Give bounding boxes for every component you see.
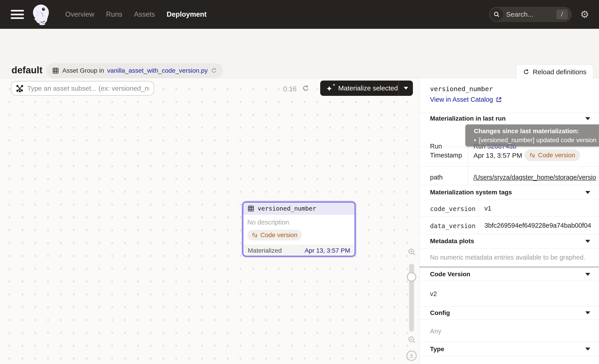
tooltip-change-item: [versioned_number] updated code version: [479, 137, 597, 144]
zoom-in-button[interactable]: [407, 247, 416, 256]
asset-graph-icon: [16, 85, 24, 92]
external-link-icon: [496, 96, 502, 103]
view-in-asset-catalog-link[interactable]: View in Asset Catalog: [430, 96, 502, 103]
section-code-version[interactable]: Code Version: [419, 268, 599, 281]
section-metadata-plots[interactable]: Metadata plots: [419, 234, 599, 248]
metadata-plots-empty-message: No numeric metadata entries available to…: [430, 254, 585, 261]
asset-subset-filter[interactable]: [11, 81, 154, 95]
sidebar-asset-title: versioned_number: [430, 85, 493, 93]
reload-definitions-label: Reload definitions: [533, 68, 587, 76]
zoom-slider-handle[interactable]: [407, 272, 416, 282]
chevron-down-icon: [585, 311, 590, 314]
sparkle-icon: ✦✦: [326, 83, 335, 93]
nav-runs[interactable]: Runs: [106, 10, 122, 18]
asset-node-footer: Materialized Apr 13, 3:57 PM: [243, 245, 355, 256]
materialize-selected-label: Materialize selected: [338, 84, 398, 92]
timestamp-row-value: Apr 13, 3:57 PM: [474, 152, 522, 159]
path-row-label: path: [430, 174, 443, 181]
zoom-controls: [404, 246, 419, 363]
asset-group-badge: Asset Group in vanilla_asset_with_code_v…: [46, 63, 223, 78]
section-label: Metadata plots: [430, 238, 474, 245]
tooltip-title: Changes since last materialization:: [474, 128, 599, 135]
asset-group-file-link[interactable]: vanilla_asset_with_code_version.py: [107, 67, 208, 74]
section-label: Materialization system tags: [430, 189, 512, 196]
search-box[interactable]: /: [489, 7, 572, 22]
section-label: Materialization in last run: [430, 115, 506, 122]
system-tag-value: v1: [484, 205, 599, 212]
section-materialization-system-tags[interactable]: Materialization system tags: [419, 185, 599, 200]
materialize-dropdown-button[interactable]: [399, 87, 413, 89]
search-shortcut-key: /: [556, 9, 568, 19]
system-tag-key: code_version: [430, 205, 476, 213]
chevron-down-icon: [585, 191, 590, 194]
code-version-badge-label: Code version: [260, 232, 298, 239]
menu-icon[interactable]: [11, 10, 24, 19]
system-tag-value: 3bfc269594ef649228e9a74bab00f04: [484, 222, 599, 229]
section-label: Code Version: [430, 271, 470, 278]
lineage-canvas[interactable]: 0:16 ✦✦ Materialize selected: [0, 78, 419, 364]
section-config[interactable]: Config: [419, 306, 599, 320]
section-label: Config: [430, 309, 450, 317]
search-input[interactable]: [506, 11, 549, 18]
section-materialization-in-last-run[interactable]: Materialization in last run: [419, 113, 599, 124]
materialize-selected-button[interactable]: ✦✦ Materialize selected: [320, 80, 413, 96]
code-version-changed-icon: [252, 232, 258, 238]
nav-assets[interactable]: Assets: [134, 10, 155, 18]
chevron-down-icon: [585, 117, 590, 120]
settings-gear-icon[interactable]: ⚙: [580, 9, 589, 19]
timestamp-row-label: Timestamp: [430, 152, 462, 159]
code-version-badge-label: Code version: [538, 152, 575, 159]
code-version-value: v2: [430, 290, 437, 298]
changes-since-materialization-tooltip: Changes since last materialization: • [v…: [465, 124, 599, 147]
dagster-app: Overview Runs Assets Deployment / ⚙ defa…: [0, 0, 599, 364]
page-header: default Asset Group in vanilla_asset_wit…: [0, 29, 599, 78]
asset-node-title: versioned_number: [258, 205, 316, 212]
materialized-status-label: Materialized: [248, 247, 282, 254]
top-nav: Overview Runs Assets Deployment / ⚙: [0, 0, 599, 29]
asset-node-description: No description: [247, 219, 351, 226]
search-icon: [490, 8, 503, 21]
nav-deployment[interactable]: Deployment: [167, 10, 207, 18]
download-image-button[interactable]: [406, 350, 417, 361]
refresh-icon[interactable]: [211, 68, 217, 74]
asset-subset-input[interactable]: [27, 85, 149, 92]
code-version-badge: Code version: [525, 149, 580, 161]
grid-icon: [52, 67, 59, 74]
code-version-badge: Code version: [247, 230, 302, 241]
run-row-label: Run: [430, 143, 442, 150]
asset-node-body: No description Code version: [243, 215, 355, 245]
grid-icon: [247, 205, 255, 212]
chevron-down-icon: [404, 87, 408, 89]
section-type[interactable]: Type: [419, 342, 599, 356]
section-label: Type: [430, 346, 444, 353]
asset-node-header: versioned_number: [243, 202, 355, 215]
chevron-down-icon: [585, 347, 590, 350]
asset-node-versioned-number[interactable]: versioned_number No description Code ver…: [243, 202, 355, 256]
config-value: Any: [430, 328, 441, 335]
chevron-down-icon: [585, 240, 590, 243]
dagster-logo-icon[interactable]: [30, 3, 53, 26]
materialized-timestamp-link[interactable]: Apr 13, 3:57 PM: [305, 247, 350, 254]
tooltip-bullet: •: [474, 137, 476, 144]
page-title: default: [11, 65, 43, 76]
refresh-icon[interactable]: [302, 85, 310, 92]
chevron-down-icon: [585, 273, 590, 276]
code-version-changed-icon: [529, 152, 535, 158]
zoom-out-button[interactable]: [407, 335, 416, 344]
refresh-icon: [523, 69, 530, 75]
system-tag-key: data_version: [430, 222, 476, 230]
nav-links: Overview Runs Assets Deployment: [65, 10, 207, 18]
path-row-value-link[interactable]: /Users/sryza/dagster_home/storage/versio: [474, 174, 599, 181]
reload-definitions-button[interactable]: Reload definitions: [516, 64, 594, 80]
view-in-asset-catalog-label: View in Asset Catalog: [430, 96, 493, 103]
nav-overview[interactable]: Overview: [65, 10, 94, 18]
asset-detail-sidebar: versioned_number View in Asset Catalog M…: [419, 78, 599, 364]
refresh-timer: 0:16: [283, 85, 297, 93]
asset-group-prefix: Asset Group in: [62, 67, 104, 74]
